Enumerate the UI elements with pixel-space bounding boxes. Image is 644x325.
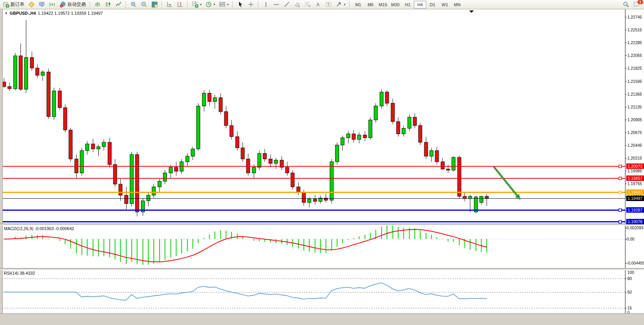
fibonacci-icon: F <box>304 1 311 8</box>
pane-splitter-macd[interactable] <box>0 224 644 225</box>
new-order-button[interactable]: 新订单 <box>1 1 26 8</box>
timeframe-D1[interactable]: D1 <box>426 1 439 9</box>
pane-splitter-rsi[interactable] <box>0 268 644 270</box>
auto-scroll-button[interactable] <box>164 1 175 8</box>
rsi-scale-tick: 15 <box>627 306 632 310</box>
fibonacci-button[interactable]: F <box>302 1 313 8</box>
timeframe-M5[interactable]: M5 <box>364 1 377 9</box>
price-tick: 1.20905 <box>627 117 642 122</box>
price-badge: 1.19857 <box>626 175 644 181</box>
svg-text:T: T <box>327 3 330 7</box>
price-tick: 1.20445 <box>627 143 642 148</box>
price-tick: 1.21595 <box>627 79 642 84</box>
mt4-window: 新订单 自动交易 <box>0 0 644 325</box>
macd-scale-tick: -0.004455 <box>627 261 644 265</box>
rsi-scale-tick: 50 <box>627 290 632 294</box>
notification-count-badge: 1 <box>637 0 644 5</box>
chevron-down-icon[interactable]: ▼ <box>5 12 8 15</box>
timeframe-W1[interactable]: W1 <box>439 1 451 9</box>
monitor-icon <box>39 1 45 8</box>
autotrade-globe-icon <box>60 1 66 8</box>
zoom-in-icon <box>130 1 137 8</box>
svg-text:E: E <box>298 5 300 7</box>
macd-pane-label: MACD(12,26,9) -0.001963 -0.000642 <box>4 226 74 231</box>
chart-shift-button[interactable] <box>175 1 185 8</box>
trendline-button[interactable] <box>282 1 292 8</box>
hline-icon <box>273 1 280 8</box>
template-button[interactable]: ▾ <box>217 1 231 8</box>
arrows-button[interactable]: ▾ <box>334 1 347 8</box>
clock-icon <box>205 1 212 8</box>
timeframe-H1[interactable]: H1 <box>401 1 414 9</box>
chevron-down-icon: ▾ <box>227 3 229 6</box>
market-watch-button[interactable] <box>37 1 47 8</box>
price-tick: 1.22055 <box>627 53 642 58</box>
timeframe-M30[interactable]: M30 <box>389 1 401 9</box>
autotrade-button[interactable]: 自动交易 <box>58 1 88 8</box>
svg-text:F: F <box>309 5 311 7</box>
chart-title: ▼ GBPUSD-,H4 1.19422 1.19572 1.19359 1.1… <box>5 11 103 15</box>
auto-scroll-icon <box>166 1 173 8</box>
toolbar: 新订单 自动交易 <box>0 0 644 9</box>
tile-windows-icon <box>151 1 158 8</box>
text-label-button[interactable]: T <box>323 1 334 8</box>
price-tick: 1.21825 <box>627 66 642 71</box>
equidistant-channel-button[interactable]: E <box>292 1 302 8</box>
bar-chart-icon <box>94 1 101 8</box>
hline-button[interactable] <box>271 1 282 8</box>
tile-windows-button[interactable] <box>149 1 160 8</box>
chart-canvas[interactable] <box>0 9 644 323</box>
price-tick: 1.22285 <box>627 40 642 45</box>
cursor-button[interactable] <box>235 1 246 8</box>
periods-button[interactable]: ▾ <box>203 1 217 8</box>
price-badge: 1.20073 <box>626 163 644 169</box>
price-badge: 1.19287 <box>626 207 644 213</box>
zoom-in-button[interactable] <box>128 1 139 8</box>
line-chart-icon <box>115 1 122 8</box>
new-chart-button[interactable]: ▾ <box>190 1 203 8</box>
chart-window: ▼ GBPUSD-,H4 1.19422 1.19572 1.19359 1.1… <box>0 9 644 323</box>
rsi-pane-label: RSI(14) 38.4332 <box>4 271 35 275</box>
new-order-label: 新订单 <box>10 1 24 8</box>
vline-button[interactable] <box>261 1 271 8</box>
window-bottom-edge <box>0 313 644 325</box>
rsi-scale-tick: 80 <box>627 276 632 281</box>
price-tick: 1.19755 <box>627 181 642 186</box>
crosshair-icon <box>248 1 254 8</box>
price-tick: 1.22515 <box>627 28 642 32</box>
line-chart-button[interactable] <box>113 1 124 8</box>
price-tick: 1.19985 <box>627 169 642 173</box>
text-label-icon: T <box>325 1 332 8</box>
crosshair-button[interactable] <box>246 1 256 8</box>
channel-icon: E <box>294 1 301 8</box>
notifications-button[interactable]: 1 <box>631 1 642 8</box>
timeframe-H4[interactable]: H4 <box>414 1 426 9</box>
text-button[interactable]: A <box>313 1 323 8</box>
svg-text:A: A <box>316 2 319 7</box>
new-chart-icon <box>192 1 198 8</box>
zoom-out-icon <box>141 1 147 8</box>
ticks-button[interactable] <box>26 1 37 8</box>
signal-button[interactable] <box>47 1 58 8</box>
price-tick: 1.20675 <box>627 130 642 135</box>
price-badge: 1.19607 <box>626 189 644 195</box>
candle-chart-button[interactable] <box>103 1 113 8</box>
vline-icon <box>263 1 269 8</box>
timeframe-M15[interactable]: M15 <box>377 1 389 9</box>
search-button[interactable] <box>621 1 631 8</box>
zoom-out-button[interactable] <box>139 1 149 8</box>
price-tick: 1.21365 <box>627 92 642 96</box>
chevron-down-icon: ▾ <box>214 3 215 6</box>
timeframe-MN[interactable]: MN <box>451 1 463 9</box>
rsi-scale-tick: 100 <box>627 270 634 275</box>
trendline-icon <box>284 1 290 8</box>
template-icon <box>219 1 225 8</box>
macd-scale-tick: 0.00 <box>627 237 634 241</box>
symbol-period-label: GBPUSD-,H4 <box>10 11 36 15</box>
bar-chart-button[interactable] <box>92 1 103 8</box>
chevron-down-icon: ▾ <box>200 3 202 6</box>
signal-icon <box>49 1 56 8</box>
price-tick: 1.21135 <box>627 105 642 109</box>
arrow-objects-icon <box>336 1 342 8</box>
timeframe-M1[interactable]: M1 <box>352 1 364 9</box>
